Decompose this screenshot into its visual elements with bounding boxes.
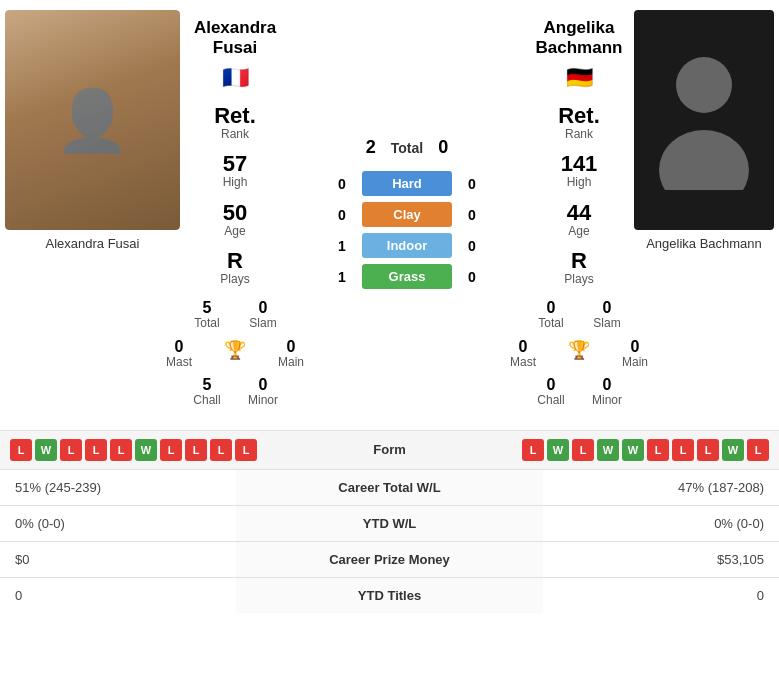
trophy2-icon: 🏆 — [568, 340, 590, 360]
player1-name-text: Alexandra Fusai — [194, 18, 276, 57]
player2-row1: 0 Total 0 Slam — [531, 300, 627, 330]
player1-row1: 5 Total 0 Slam — [187, 300, 283, 330]
player2-flag: 🇩🇪 — [566, 65, 593, 91]
player1-name: Alexandra Fusai — [194, 18, 276, 59]
player2-rank-value: Ret. — [558, 105, 600, 127]
player2-total-lbl: Total — [531, 316, 571, 330]
player1-age-label: Age — [223, 224, 247, 238]
form-badge-l: L — [110, 439, 132, 461]
form-badge-l: L — [697, 439, 719, 461]
form-badge-l: L — [210, 439, 232, 461]
p1-prize: $0 — [0, 541, 236, 577]
player1-chall-lbl: Chall — [187, 393, 227, 407]
player1-photo-col: 👤 Alexandra Fusai — [5, 10, 180, 420]
player1-total-lbl: Total — [187, 316, 227, 330]
indoor-row: 1 Indoor 0 — [332, 233, 482, 258]
player2-high-value: 141 — [561, 153, 598, 175]
form-badge-w: W — [622, 439, 644, 461]
total-row: 2 Total 0 — [361, 137, 453, 158]
player1-flag: 🇫🇷 — [222, 65, 249, 91]
p2-career-wl: 47% (187-208) — [543, 469, 779, 505]
player1-chall-val: 5 — [187, 377, 227, 393]
p2-ytd-wl: 0% (0-0) — [543, 505, 779, 541]
player2-name-below: Angelika Bachmann — [634, 234, 774, 253]
p1-indoor: 1 — [332, 238, 352, 254]
clay-row: 0 Clay 0 — [332, 202, 482, 227]
player2-plays-label: Plays — [564, 272, 593, 286]
prize-label: Career Prize Money — [236, 541, 543, 577]
player1-total-val: 5 — [187, 300, 227, 316]
player2-age: 44 Age — [567, 202, 591, 238]
grass-row: 1 Grass 0 — [332, 264, 482, 289]
form-badge-w: W — [135, 439, 157, 461]
form-badge-l: L — [522, 439, 544, 461]
player1-age: 50 Age — [223, 202, 247, 238]
player1-name-below: Alexandra Fusai — [5, 234, 180, 253]
player2-row3: 0 Chall 0 Minor — [531, 377, 627, 407]
p2-hard: 0 — [462, 176, 482, 192]
player1-plays: R Plays — [220, 250, 249, 286]
prize-row: $0 Career Prize Money $53,105 — [0, 541, 779, 577]
player1-mast-lbl: Mast — [159, 355, 199, 369]
p1-total: 2 — [361, 137, 381, 158]
ytd-wl-row: 0% (0-0) YTD W/L 0% (0-0) — [0, 505, 779, 541]
silhouette-svg — [654, 50, 754, 190]
top-section: 👤 Alexandra Fusai Alexandra Fusai 🇫🇷 Ret… — [0, 0, 779, 430]
svg-point-0 — [676, 57, 732, 113]
svg-point-1 — [659, 130, 749, 190]
player2-slam-cell: 0 Slam — [587, 300, 627, 330]
total-label: Total — [391, 140, 423, 156]
player2-slam-lbl: Slam — [587, 316, 627, 330]
ytd-titles-label: YTD Titles — [236, 577, 543, 613]
player2-mast-val: 0 — [503, 339, 543, 355]
player2-minor-cell: 0 Minor — [587, 377, 627, 407]
player1-age-value: 50 — [223, 202, 247, 224]
player1-trophy: 🏆 — [215, 339, 255, 369]
grass-button[interactable]: Grass — [362, 264, 452, 289]
form-badge-l: L — [672, 439, 694, 461]
player1-stats: Alexandra Fusai 🇫🇷 Ret. Rank 57 High 50 … — [180, 10, 290, 420]
player1-mast-cell: 0 Mast — [159, 339, 199, 369]
p1-ytd-titles: 0 — [0, 577, 236, 613]
player2-total-val: 0 — [531, 300, 571, 316]
form-badge-l: L — [747, 439, 769, 461]
player2-mast-cell: 0 Mast — [503, 339, 543, 369]
player2-mast-lbl: Mast — [503, 355, 543, 369]
player2-chall-val: 0 — [531, 377, 571, 393]
player1-sub-stats: 5 Total 0 Slam 0 Mast 🏆 — [184, 296, 286, 411]
player1-minor-lbl: Minor — [243, 393, 283, 407]
main-container: 👤 Alexandra Fusai Alexandra Fusai 🇫🇷 Ret… — [0, 0, 779, 613]
player2-plays-value: R — [564, 250, 593, 272]
player1-plays-label: Plays — [220, 272, 249, 286]
player2-stats: Angelika Bachmann 🇩🇪 Ret. Rank 141 High … — [524, 10, 634, 420]
form-badge-w: W — [547, 439, 569, 461]
p1-ytd-wl: 0% (0-0) — [0, 505, 236, 541]
player2-slam-val: 0 — [587, 300, 627, 316]
form-badge-l: L — [85, 439, 107, 461]
player1-rank: Ret. Rank — [214, 105, 256, 141]
player1-plays-value: R — [220, 250, 249, 272]
p1-grass: 1 — [332, 269, 352, 285]
player1-photo: 👤 — [5, 10, 180, 230]
form-badge-l: L — [185, 439, 207, 461]
player1-high-value: 57 — [223, 153, 248, 175]
player2-high-label: High — [561, 175, 598, 189]
hard-button[interactable]: Hard — [362, 171, 452, 196]
p2-grass: 0 — [462, 269, 482, 285]
form-badge-w: W — [35, 439, 57, 461]
player2-rank: Ret. Rank — [558, 105, 600, 141]
indoor-button[interactable]: Indoor — [362, 233, 452, 258]
player2-form-badges: LWLWWLLLWL — [450, 439, 770, 461]
hard-row: 0 Hard 0 — [332, 171, 482, 196]
player2-name-text: Angelika Bachmann — [536, 18, 623, 57]
player1-rank-value: Ret. — [214, 105, 256, 127]
player2-rank-label: Rank — [558, 127, 600, 141]
clay-button[interactable]: Clay — [362, 202, 452, 227]
player1-form-badges: LWLLLWLLLL — [10, 439, 330, 461]
form-badge-l: L — [572, 439, 594, 461]
career-wl-row: 51% (245-239) Career Total W/L 47% (187-… — [0, 469, 779, 505]
player2-plays: R Plays — [564, 250, 593, 286]
form-label: Form — [330, 442, 450, 457]
trophy-icon: 🏆 — [224, 340, 246, 360]
player1-slam-cell: 0 Slam — [243, 300, 283, 330]
